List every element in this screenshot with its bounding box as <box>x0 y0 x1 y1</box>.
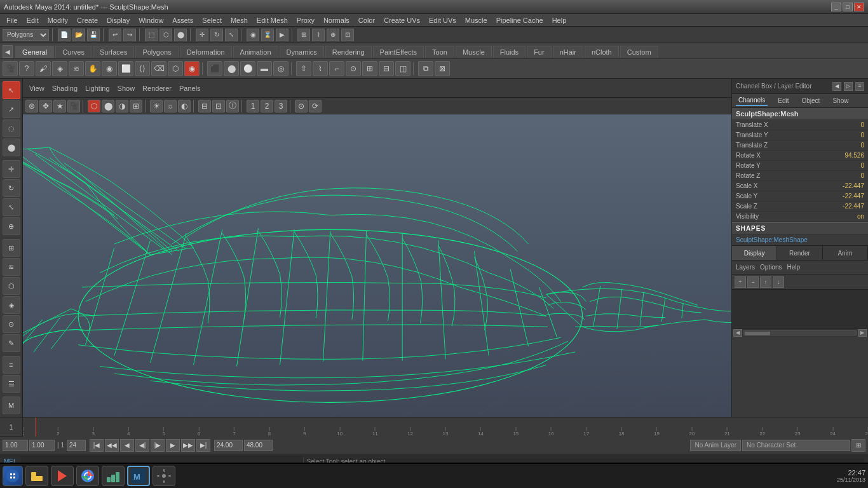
layer-menu-layers[interactable]: Layers <box>736 264 755 271</box>
scroll-track[interactable] <box>743 330 857 336</box>
menu-display[interactable]: Display <box>103 15 133 25</box>
ltab-render[interactable]: Render <box>777 246 822 260</box>
tool-select-region[interactable]: ↗ <box>3 100 20 118</box>
tab-custom[interactable]: Custom <box>620 46 658 58</box>
tool-layer2[interactable]: ☰ <box>3 375 20 393</box>
shelf-icon-cube[interactable]: ⬛ <box>207 61 222 76</box>
menu-muscle[interactable]: Muscle <box>461 15 491 25</box>
tool-paint-select[interactable]: ⬤ <box>3 139 20 156</box>
menu-select[interactable]: Select <box>198 15 226 25</box>
ltab-anim[interactable]: Anim <box>823 246 868 260</box>
tool-cv[interactable]: ◈ <box>3 296 20 314</box>
tab-general[interactable]: General <box>15 46 54 58</box>
tool-select[interactable]: ↖ <box>3 81 20 99</box>
shelf-scroll-left[interactable]: ◀ <box>3 45 13 58</box>
open-scene-btn[interactable]: 📂 <box>72 29 85 41</box>
shelf-icon-bridge[interactable]: ⌐ <box>329 61 344 76</box>
menu-normals[interactable]: Normals <box>320 15 353 25</box>
tab-polygons[interactable]: Polygons <box>135 46 178 58</box>
shelf-icon-cylinder[interactable]: ⚪ <box>240 61 255 76</box>
menu-file[interactable]: File <box>3 15 22 25</box>
menu-help[interactable]: Help <box>548 15 571 25</box>
channel-translate-y[interactable]: Translate Y 0 <box>732 130 868 140</box>
tab-ncloth[interactable]: nCloth <box>585 46 619 58</box>
snap-grid-btn[interactable]: ⊞ <box>297 29 310 41</box>
select-tool-btn[interactable]: ⬚ <box>145 29 158 41</box>
transport-step-back[interactable]: ◀◀ <box>105 439 119 452</box>
cb-tab-edit[interactable]: Edit <box>775 96 791 105</box>
vp-sync[interactable]: ⟳ <box>309 100 322 112</box>
timeline-tick-22[interactable]: 22 <box>759 427 765 437</box>
tab-surfaces[interactable]: Surfaces <box>93 46 134 58</box>
timeline-tick-8[interactable]: 8 <box>268 427 271 437</box>
vp-textured[interactable]: ⊞ <box>130 100 142 112</box>
menu-create-uvs[interactable]: Create UVs <box>380 15 424 25</box>
tool-sculpt[interactable]: ✎ <box>3 334 20 352</box>
snap-point-btn[interactable]: ⊕ <box>327 29 339 41</box>
taskbar-chrome-btn[interactable] <box>76 466 99 486</box>
transport-play-fwd[interactable]: ▶ <box>166 439 180 452</box>
shelf-icon-flatten[interactable]: ⬜ <box>118 61 133 76</box>
shelf-icon-merge[interactable]: ⊙ <box>346 61 361 76</box>
transport-next-key[interactable]: |▶ <box>151 439 165 452</box>
viewport-menu-view[interactable]: View <box>27 83 47 93</box>
timeline-playhead[interactable] <box>36 417 36 437</box>
channel-translate-x[interactable]: Translate X 0 <box>732 120 868 130</box>
timeline-tick-11[interactable]: 11 <box>372 427 378 437</box>
timeline-tick-15[interactable]: 15 <box>513 427 519 437</box>
scroll-right-btn[interactable]: ▶ <box>858 329 867 337</box>
rotate-tool-btn[interactable]: ↻ <box>210 29 223 41</box>
timeline-tick-10[interactable]: 10 <box>337 427 342 437</box>
delete-layer-btn[interactable]: − <box>747 276 759 288</box>
menu-assets[interactable]: Assets <box>168 15 197 25</box>
timeline-tick-21[interactable]: 21 <box>724 427 730 437</box>
tab-curves[interactable]: Curves <box>55 46 92 58</box>
viewport-menu-renderer[interactable]: Renderer <box>140 83 174 93</box>
layer-menu-help[interactable]: Help <box>787 264 800 271</box>
tab-deformation[interactable]: Deformation <box>180 46 232 58</box>
undo-btn[interactable]: ↩ <box>109 29 121 41</box>
vp-wireframe-shade[interactable]: ◑ <box>116 100 128 112</box>
channel-visibility[interactable]: Visibility on <box>732 212 868 222</box>
vp-wireframe[interactable]: ⬡ <box>88 100 100 112</box>
tab-toon[interactable]: Toon <box>425 46 454 58</box>
tool-scale[interactable]: ⤡ <box>3 198 20 216</box>
playback-end-input[interactable] <box>214 440 243 451</box>
shelf-icon-combine[interactable]: ⧉ <box>418 61 433 76</box>
tool-cluster[interactable]: ⊙ <box>3 315 20 333</box>
scroll-thumb[interactable] <box>745 332 770 336</box>
shelf-icon-fill-hole[interactable]: ◫ <box>395 61 410 76</box>
timeline-tick-20[interactable]: 20 <box>689 427 695 437</box>
save-scene-btn[interactable]: 💾 <box>87 29 100 41</box>
shelf-icon-active[interactable]: ◉ <box>184 61 200 76</box>
history-btn[interactable]: ⌛ <box>261 29 274 41</box>
timeline-tick-25[interactable]: 25 <box>865 427 868 437</box>
viewport-menu-panels[interactable]: Panels <box>177 83 203 93</box>
taskbar-media-btn[interactable] <box>51 466 74 486</box>
viewport-menu-lighting[interactable]: Lighting <box>83 83 112 93</box>
tool-move[interactable]: ✛ <box>3 160 20 178</box>
timeline-tick-14[interactable]: 14 <box>478 427 484 437</box>
tab-animation[interactable]: Animation <box>233 46 278 58</box>
tool-show-manip[interactable]: ⊞ <box>3 239 20 257</box>
layer-menu-options[interactable]: Options <box>760 264 782 271</box>
new-scene-btn[interactable]: 📄 <box>58 29 71 41</box>
transport-step-fwd[interactable]: ▶▶ <box>181 439 195 452</box>
tool-lasso[interactable]: ◌ <box>3 119 20 137</box>
redo-btn[interactable]: ↪ <box>123 29 136 41</box>
shelf-icon-relax[interactable]: ≋ <box>69 61 84 76</box>
timeline-scrubbar[interactable]: 1234567891011121314151617181920212223242… <box>23 417 868 437</box>
layer-down-btn[interactable]: ↓ <box>773 276 784 288</box>
layer-up-btn[interactable]: ↑ <box>760 276 771 288</box>
channel-rotate-z[interactable]: Rotate Z 0 <box>732 171 868 181</box>
vp-low-quality[interactable]: 1 <box>247 100 259 112</box>
menu-edit[interactable]: Edit <box>23 15 43 25</box>
shelf-icon-pinch[interactable]: ⟨⟩ <box>135 61 150 76</box>
vp-heads-up[interactable]: ⓘ <box>226 100 239 112</box>
vp-lights-off[interactable]: ☀ <box>150 100 163 112</box>
vp-lights-on[interactable]: ☼ <box>164 100 177 112</box>
vp-hud[interactable]: ⊡ <box>212 100 225 112</box>
tab-painteffects[interactable]: PaintEffects <box>373 46 424 58</box>
move-tool-btn[interactable]: ✛ <box>196 29 208 41</box>
maximize-button[interactable]: □ <box>843 3 853 11</box>
